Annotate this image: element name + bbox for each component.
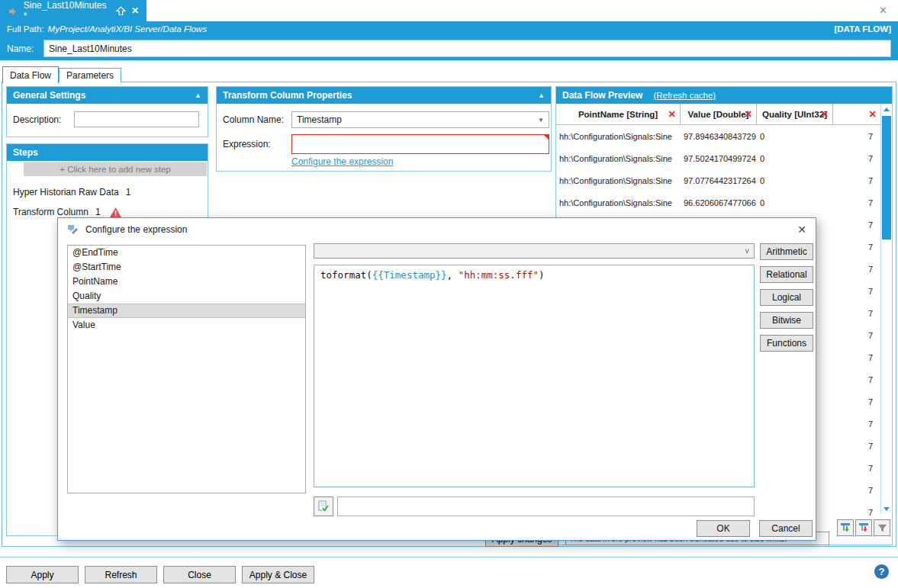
scroll-up-arrow[interactable] [881, 104, 892, 114]
step-label: Hyper Historian Raw Data [13, 187, 119, 198]
table-row[interactable]: hh:\Configuration\Signals:Sine97.5024170… [556, 147, 880, 169]
apply-close-button[interactable]: Apply & Close [242, 566, 314, 583]
field-list-item[interactable]: Timestamp [68, 304, 305, 318]
refresh-cache-link[interactable]: (Refresh cache) [653, 91, 716, 100]
remove-column-icon[interactable]: ✕ [668, 108, 676, 120]
dialog-close-icon[interactable]: ✕ [797, 223, 806, 236]
table-row[interactable]: hh:\Configuration\Signals:Sine96.6206067… [556, 191, 880, 214]
scrollbar-thumb[interactable] [882, 116, 891, 239]
general-settings-header: General Settings ▲ [7, 87, 208, 104]
document-tab-bar: Sine_Last10Minutes * ✕ ✕ [0, 0, 898, 21]
doc-type-badge: [DATA FLOW] [834, 24, 891, 34]
cell-pointname: hh:\Configuration\Signals:Sine [556, 132, 681, 141]
configure-expression-dialog: Configure the expression ✕ @EndTime@Star… [57, 217, 816, 541]
field-list-item[interactable]: PointName [68, 275, 305, 289]
insert-column-button[interactable] [837, 519, 854, 536]
code-segment: ) [539, 269, 545, 281]
name-input[interactable] [43, 40, 891, 57]
remove-column-icon [858, 522, 869, 533]
description-input[interactable] [74, 111, 199, 127]
operator-button-functions[interactable]: Functions [760, 335, 813, 352]
expression-label: Expression: [223, 139, 271, 149]
tab-parameters[interactable]: Parameters [59, 68, 121, 82]
validate-icon [317, 500, 330, 512]
apply-button[interactable]: Apply [6, 566, 79, 583]
window-close-icon[interactable]: ✕ [879, 5, 887, 16]
remove-column-icon[interactable]: ✕ [869, 108, 877, 120]
table-row[interactable]: hh:\Configuration\Signals:Sine97.8946340… [556, 125, 880, 147]
tab-data-flow[interactable]: Data Flow [2, 66, 59, 83]
dialog-title-bar: Configure the expression ✕ [58, 218, 816, 241]
general-settings-panel: General Settings ▲ Description: [6, 86, 208, 137]
description-row: Description: [7, 104, 208, 137]
cell-timestamp: 7 [833, 397, 880, 406]
cell-timestamp: 7 [833, 375, 880, 384]
step-item[interactable]: Hyper Historian Raw Data1 [7, 182, 208, 202]
field-list-item[interactable]: Quality [68, 289, 305, 304]
filter-icon [877, 523, 887, 533]
cell-timestamp: 7 [833, 265, 880, 274]
chevron-down-icon: ˅ [745, 247, 749, 255]
scroll-down-arrow[interactable] [881, 503, 892, 514]
steps-header: Steps [7, 144, 208, 161]
navigate-up-icon[interactable] [116, 6, 126, 16]
cell-value: 97.5024170499724 [681, 154, 757, 163]
field-list-item[interactable]: @StartTime [68, 260, 305, 275]
preview-scrollbar[interactable] [880, 104, 892, 514]
step-label: Transform Column [13, 207, 89, 217]
column-header-label: Value [Double] [688, 110, 749, 119]
cell-timestamp: 7 [833, 243, 880, 252]
cell-pointname: hh:\Configuration\Signals:Sine [556, 176, 681, 185]
footer-separator [0, 557, 898, 557]
expression-field[interactable] [291, 134, 549, 154]
column-name-combobox[interactable]: Timestamp ▼ [291, 111, 549, 128]
ok-button[interactable]: OK [697, 520, 750, 537]
cell-timestamp: 7 [833, 331, 880, 340]
operator-button-bitwise[interactable]: Bitwise [760, 312, 813, 329]
collapse-icon[interactable]: ▲ [538, 92, 545, 99]
tab-title: Sine_Last10Minutes * [24, 0, 111, 21]
cell-pointname: hh:\Configuration\Signals:Sine [556, 154, 681, 163]
tab-close-icon[interactable]: ✕ [131, 6, 139, 15]
field-list-item[interactable]: Value [68, 318, 305, 333]
cell-quality: 0 [757, 198, 833, 207]
validate-expression-button[interactable] [314, 496, 333, 516]
cancel-button[interactable]: Cancel [759, 520, 813, 537]
help-icon[interactable]: ? [874, 564, 889, 579]
table-row[interactable]: hh:\Configuration\Signals:Sine97.0776442… [556, 169, 880, 191]
code-segment: , [447, 269, 459, 281]
remove-column-icon[interactable]: ✕ [821, 108, 829, 120]
operator-button-relational[interactable]: Relational [760, 266, 813, 283]
remove-column-icon[interactable]: ✕ [745, 108, 752, 120]
column-header: Quality [UInt32]✕ [757, 104, 833, 124]
document-tab[interactable]: Sine_Last10Minutes * ✕ [0, 0, 146, 21]
step-index: 1 [95, 207, 101, 217]
full-path-value: MyProject/AnalytiX/BI Server/Data Flows [48, 24, 207, 34]
dataflow-doc-icon [8, 5, 18, 16]
expression-result-input[interactable] [337, 496, 755, 516]
preview-table-header: PointName [String]✕Value [Double]✕Qualit… [556, 104, 880, 125]
remove-column-button[interactable] [855, 519, 872, 536]
description-label: Description: [13, 114, 61, 125]
preview-toolbar [837, 519, 890, 536]
close-button[interactable]: Close [163, 566, 236, 583]
filter-button[interactable] [874, 519, 890, 536]
general-settings-title: General Settings [13, 90, 85, 101]
refresh-button[interactable]: Refresh [85, 566, 157, 583]
operator-button-arithmetic[interactable]: Arithmetic [760, 243, 813, 260]
add-step-button[interactable]: + Click here to add new step [24, 162, 207, 176]
operator-button-logical[interactable]: Logical [760, 289, 813, 306]
collapse-icon[interactable]: ▲ [195, 92, 201, 99]
code-segment: toformat( [320, 269, 372, 281]
cell-timestamp: 7 [833, 486, 880, 495]
field-list-item[interactable]: @EndTime [68, 246, 305, 260]
column-header-label: Quality [UInt32] [762, 110, 827, 119]
fields-list: @EndTime@StartTimePointNameQualityTimest… [67, 245, 306, 493]
operator-buttons: ArithmeticRelationalLogicalBitwiseFuncti… [760, 243, 813, 352]
data-flow-preview-header: Data Flow Preview (Refresh cache) [556, 87, 892, 104]
function-combobox[interactable]: ˅ [314, 243, 755, 259]
data-flow-preview-title: Data Flow Preview [562, 90, 642, 101]
expression-editor[interactable]: toformat({{Timestamp}}, "hh:mm:ss.fff") [314, 265, 755, 487]
name-bar: Name: [0, 37, 898, 60]
configure-expression-link[interactable]: Configure the expression [291, 156, 393, 167]
